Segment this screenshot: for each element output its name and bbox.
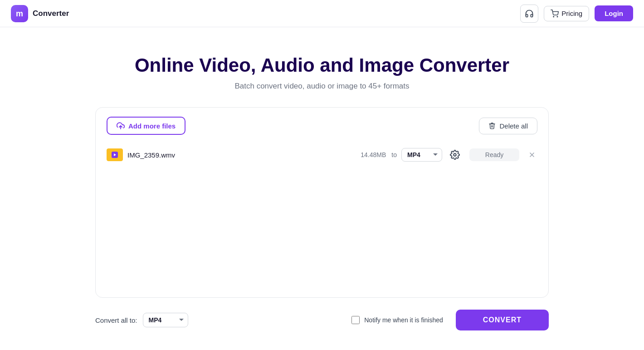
notify-checkbox[interactable] [351, 316, 360, 324]
remove-file-button[interactable] [527, 149, 537, 160]
logo-area: m Converter [11, 5, 69, 22]
convert-all-area: Convert all to: MP4 AVI MOV MKV WMV MP3 [95, 313, 188, 327]
gear-icon [450, 150, 460, 160]
notify-label: Notify me when it is finished [364, 316, 443, 324]
convert-all-label: Convert all to: [95, 316, 137, 324]
file-area-toolbar: Add more files Delete all [107, 117, 537, 135]
convert-button[interactable]: CONVERT [456, 310, 549, 330]
pricing-label: Pricing [561, 10, 582, 17]
page-title: Online Video, Audio and Image Converter [135, 54, 509, 76]
format-select[interactable]: MP4 AVI MOV MKV WMV FLV WebM MP3 [401, 148, 442, 162]
notify-area: Notify me when it is finished [351, 316, 443, 324]
page-subtitle: Batch convert video, audio or image to 4… [234, 82, 409, 91]
svg-text:m: m [16, 9, 23, 18]
file-area: Add more files Delete all [95, 107, 549, 298]
main-content: Online Video, Audio and Image Converter … [0, 27, 644, 330]
right-group: Notify me when it is finished CONVERT [351, 310, 549, 330]
svg-point-1 [553, 16, 554, 17]
trash-icon [488, 122, 496, 129]
file-size: 14.48MB [361, 151, 386, 158]
svg-marker-4 [114, 153, 116, 156]
file-list: IMG_2359.wmv 14.48MB to MP4 AVI MOV MKV … [107, 143, 537, 288]
logo-icon: m [11, 5, 28, 22]
to-label: to [391, 151, 397, 158]
bottom-bar: Convert all to: MP4 AVI MOV MKV WMV MP3 … [95, 301, 549, 330]
headset-icon [525, 9, 534, 18]
logo-text: Converter [33, 9, 69, 18]
svg-point-5 [454, 153, 456, 156]
play-icon [113, 153, 117, 157]
pricing-button[interactable]: Pricing [544, 6, 589, 21]
table-row: IMG_2359.wmv 14.48MB to MP4 AVI MOV MKV … [107, 143, 537, 167]
upload-icon [117, 122, 125, 130]
header-right: Pricing Login [520, 5, 633, 23]
headset-button[interactable] [520, 5, 538, 23]
file-thumbnail [107, 148, 123, 161]
settings-button[interactable] [448, 148, 462, 162]
header: m Converter Pricing Login [0, 0, 644, 27]
convert-all-format-select[interactable]: MP4 AVI MOV MKV WMV MP3 [143, 313, 188, 327]
cart-icon [551, 10, 559, 18]
file-name: IMG_2359.wmv [127, 151, 361, 159]
login-button[interactable]: Login [595, 5, 633, 21]
delete-all-button[interactable]: Delete all [479, 118, 537, 134]
close-icon [528, 151, 536, 158]
svg-point-2 [557, 16, 558, 17]
add-files-button[interactable]: Add more files [107, 117, 185, 135]
status-badge: Ready [469, 148, 519, 161]
